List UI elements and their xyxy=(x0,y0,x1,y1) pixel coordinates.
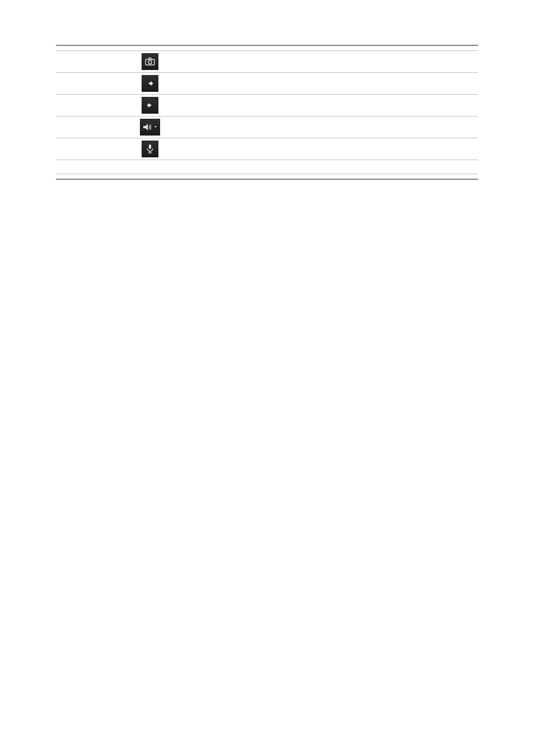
row-description xyxy=(215,138,478,160)
row-index xyxy=(56,51,85,73)
row-description xyxy=(215,51,478,73)
row-icon-cell xyxy=(85,138,215,160)
row-icon-cell xyxy=(85,51,215,73)
row-icon-cell xyxy=(85,116,215,138)
icon-table xyxy=(56,50,478,174)
speaker-icon xyxy=(140,119,160,136)
camera-icon xyxy=(142,53,158,70)
table-row xyxy=(56,116,478,138)
row-icon-cell xyxy=(85,95,215,116)
document-page xyxy=(0,0,534,180)
microphone-icon xyxy=(142,141,158,157)
table-row xyxy=(56,51,478,73)
table-row xyxy=(56,95,478,116)
table-row xyxy=(56,73,478,95)
arrow-right-icon xyxy=(142,97,158,114)
svg-rect-2 xyxy=(151,83,153,85)
svg-rect-3 xyxy=(147,105,149,106)
row-index xyxy=(56,116,85,138)
row-index xyxy=(56,138,85,160)
table-spacer-row xyxy=(56,160,478,174)
svg-rect-4 xyxy=(149,144,151,149)
table-row xyxy=(56,138,478,160)
page-bottom-rule xyxy=(56,179,478,180)
row-index xyxy=(56,95,85,116)
row-description xyxy=(215,95,478,116)
row-description xyxy=(215,116,478,138)
page-top-rule xyxy=(56,45,478,46)
row-icon-cell xyxy=(85,73,215,95)
row-index xyxy=(56,73,85,95)
arrow-left-icon xyxy=(142,75,158,92)
row-description xyxy=(215,73,478,95)
svg-point-1 xyxy=(148,60,152,64)
